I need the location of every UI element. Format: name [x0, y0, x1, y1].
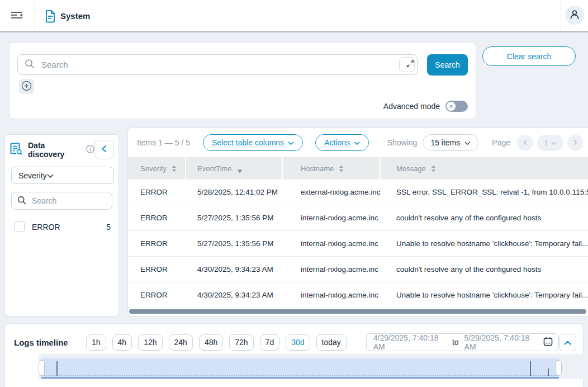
- chevron-down-icon: [47, 171, 54, 180]
- info-icon: [86, 145, 94, 155]
- sort-both-icon: [172, 165, 177, 172]
- page-number-dropdown[interactable]: 1: [537, 135, 563, 151]
- user-avatar-button[interactable]: [565, 6, 584, 25]
- cell-eventtime: 5/27/2025, 1:35:56 PM: [186, 214, 283, 222]
- collapse-panel-button[interactable]: [94, 140, 113, 159]
- range-button-4h[interactable]: 4h: [112, 334, 132, 351]
- facet-checkbox[interactable]: [14, 221, 25, 232]
- facet-label: ERROR: [32, 223, 60, 232]
- sort-desc-icon: [237, 169, 243, 173]
- cell-hostname: internal-nxlog.acme.inc: [283, 214, 381, 222]
- items-summary: Items 1 — 5 / 5: [137, 138, 190, 147]
- table-row[interactable]: ERROR 4/30/2025, 9:34:23 AM internal-nxl…: [128, 257, 588, 282]
- brush-handle-left[interactable]: [39, 360, 45, 376]
- data-discovery-title: Data discovery: [28, 141, 82, 159]
- range-button-30d[interactable]: 30d: [286, 334, 310, 351]
- actions-button[interactable]: Actions: [315, 134, 369, 151]
- column-label: EventTime: [197, 164, 232, 173]
- table-row[interactable]: ERROR 4/30/2025, 9:34:23 AM internal-nxl…: [128, 282, 588, 308]
- search-input-wrap: [17, 54, 418, 75]
- column-header-eventtime[interactable]: EventTime: [186, 157, 283, 180]
- cell-message: couldn't resolve any of the configured h…: [381, 214, 588, 222]
- cell-eventtime: 5/27/2025, 1:35:56 PM: [186, 239, 283, 248]
- search-panel: Search Advanced mode: [9, 42, 476, 119]
- advanced-mode-toggle[interactable]: [445, 101, 468, 112]
- next-page-button[interactable]: [567, 135, 584, 151]
- date-from-value: 4/29/2025, 7:40:18 AM: [373, 333, 447, 351]
- facet-row-error: ERROR 5: [14, 221, 111, 232]
- person-icon: [569, 9, 580, 22]
- column-label: Message: [396, 164, 426, 173]
- field-selector-value: Severity: [18, 171, 47, 180]
- column-header-message[interactable]: Message: [381, 157, 588, 180]
- cell-message: Unable to resolve hostname 'clickhouse':…: [381, 291, 588, 299]
- advanced-mode-label: Advanced mode: [383, 102, 440, 111]
- date-to-value: 5/29/2025, 7:40:18 AM: [464, 333, 538, 351]
- facet-count: 5: [106, 223, 111, 232]
- toggle-off-x-icon: [447, 102, 456, 111]
- brush-handle-right[interactable]: [556, 360, 562, 376]
- info-button[interactable]: [86, 145, 94, 155]
- add-filter-button[interactable]: [19, 79, 34, 94]
- date-range-picker[interactable]: 4/29/2025, 7:40:18 AM to 5/29/2025, 7:40…: [366, 333, 559, 351]
- page-number-value: 1: [544, 139, 548, 147]
- expand-icon: [400, 60, 414, 69]
- range-buttons: 1h 4h 12h 24h 48h 72h 7d 30d today: [86, 334, 347, 351]
- select-columns-button[interactable]: Select table columns: [203, 134, 303, 151]
- range-button-48h[interactable]: 48h: [199, 334, 223, 351]
- cell-severity: ERROR: [128, 214, 186, 222]
- timeline-controls: Logs timeline 1h 4h 12h 24h 48h 72h 7d 3…: [5, 324, 583, 351]
- chevron-down-icon: [551, 139, 557, 147]
- topbar-divider-left: [35, 0, 35, 31]
- data-discovery-panel: Data discovery Severity: [4, 134, 119, 317]
- horizontal-scrollbar[interactable]: [129, 309, 586, 314]
- field-selector-dropdown[interactable]: Severity: [11, 167, 114, 184]
- advanced-mode-row: Advanced mode: [383, 101, 468, 112]
- actions-label: Actions: [324, 138, 350, 147]
- prev-page-button[interactable]: [517, 135, 533, 151]
- range-button-72h[interactable]: 72h: [229, 334, 253, 351]
- cell-eventtime: 5/28/2025, 12:41:02 PM: [186, 188, 283, 196]
- cell-message: SSL error, SSL_ERROR_SSL: retval -1, fro…: [381, 188, 588, 196]
- timeline-chart[interactable]: [39, 354, 585, 379]
- calendar-icon: [543, 337, 553, 348]
- range-button-24h[interactable]: 24h: [169, 334, 193, 351]
- search-button[interactable]: Search: [427, 54, 468, 75]
- cell-message: Unable to resolve hostname 'clickhouse':…: [381, 239, 588, 248]
- page-label: Page: [492, 138, 510, 147]
- range-button-7d[interactable]: 7d: [260, 334, 280, 351]
- expand-search-button[interactable]: [399, 57, 415, 72]
- column-header-hostname[interactable]: Hostname: [283, 157, 381, 180]
- collapse-timeline-button[interactable]: [559, 334, 576, 351]
- page-size-dropdown[interactable]: 15 items: [423, 134, 478, 151]
- table-header-row: Severity EventTime Hostname Message: [128, 157, 588, 180]
- search-input[interactable]: [40, 59, 399, 70]
- cell-hostname: internal-nxlog.acme.inc: [283, 239, 381, 248]
- table-row[interactable]: ERROR 5/28/2025, 12:41:02 PM external-nx…: [128, 180, 588, 205]
- table-row[interactable]: ERROR 5/27/2025, 1:35:56 PM internal-nxl…: [128, 205, 588, 231]
- search-icon: [18, 59, 35, 70]
- cell-severity: ERROR: [128, 188, 186, 196]
- clear-search-button[interactable]: Clear search: [482, 46, 576, 66]
- timeline-brush[interactable]: [41, 358, 559, 379]
- results-panel: Items 1 — 5 / 5 Select table columns Act…: [127, 128, 588, 317]
- data-discovery-header: Data discovery: [5, 135, 118, 159]
- cell-hostname: external-nxlog.acme.inc: [283, 188, 381, 196]
- facet-search-input[interactable]: [31, 196, 112, 206]
- chevron-left-icon: [523, 139, 527, 147]
- page-size-value: 15 items: [430, 138, 460, 147]
- system-document-icon: [45, 10, 56, 25]
- range-button-today[interactable]: today: [316, 334, 347, 351]
- sort-both-icon: [339, 165, 344, 172]
- sidebar-toggle-button[interactable]: [8, 8, 25, 23]
- range-button-12h[interactable]: 12h: [138, 334, 162, 351]
- logs-timeline-panel: Logs timeline 1h 4h 12h 24h 48h 72h 7d 3…: [4, 323, 584, 387]
- data-discovery-icon: [10, 142, 23, 157]
- showing-label: Showing: [387, 138, 418, 147]
- range-button-1h[interactable]: 1h: [86, 334, 106, 351]
- column-label: Severity: [140, 164, 167, 173]
- cell-message: couldn't resolve any of the configured h…: [381, 265, 588, 273]
- column-header-severity[interactable]: Severity: [128, 157, 186, 180]
- timeline-title: Logs timeline: [14, 338, 77, 347]
- table-row[interactable]: ERROR 5/27/2025, 1:35:56 PM internal-nxl…: [128, 231, 588, 257]
